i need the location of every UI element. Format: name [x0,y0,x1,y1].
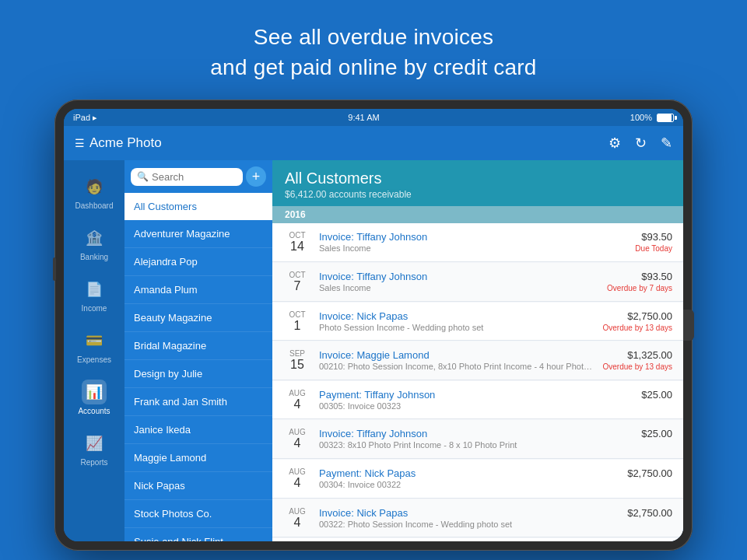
transaction-amount: $25.00 [641,428,672,439]
customer-item[interactable]: Susie and Nick Flint [124,528,272,541]
reports-nav-label: Reports [80,458,107,467]
sidebar-item-accounts[interactable]: 📊 Accounts [64,372,124,423]
transaction-amount: $93.50 Due Today [635,231,672,253]
transaction-name: Payment: Tiffany Johnson [319,389,635,401]
status-badge: Due Today [635,244,672,253]
header-actions: ⚙ ↻ ✎ [608,135,672,152]
transaction-info: Payment: Nick Papas 00304: Invoice 00322 [319,467,621,489]
battery-fill [658,114,672,121]
transaction-amount: $93.50 Overdue by 7 days [607,271,672,292]
ipad-screen: iPad ▸ 9:41 AM 100% ☰ Acme Photo ⚙ ↻ ✎ [64,109,683,541]
transactions-list: OCT 14 Invoice: Tiffany Johnson Sales In… [272,223,683,541]
table-row[interactable]: AUG 4 Payment: Tiffany Johnson 00305: In… [272,381,683,420]
customer-item[interactable]: Janice Ikeda [124,416,272,444]
customer-item[interactable]: Adventurer Magazine [124,220,272,248]
sidebar-item-banking[interactable]: 🏦 Banking [64,218,124,269]
transaction-date: OCT 14 [283,231,311,254]
customer-item[interactable]: Nick Papas [124,472,272,500]
transaction-date: AUG 4 [283,389,311,411]
refresh-icon[interactable]: ↻ [635,135,647,152]
customer-item[interactable]: Alejandra Pop [124,248,272,276]
banking-nav-label: Banking [80,253,108,261]
edit-icon[interactable]: ✎ [661,135,672,152]
sidebar-item-dashboard[interactable]: 🧑 Dashboard [64,166,124,218]
transaction-info: Invoice: Nick Papas Photo Session Income… [319,310,597,332]
income-nav-icon: 📄 [82,277,107,302]
sidebar-item-expenses[interactable]: 💳 Expenses [64,320,124,372]
status-badge: Overdue by 13 days [603,324,673,332]
customer-item[interactable]: Stock Photos Co. [124,500,272,528]
add-customer-button[interactable]: + [246,166,266,187]
customer-item[interactable]: Frank and Jan Smith [124,388,272,416]
battery-label: 100% [630,113,652,122]
transaction-info: Invoice: Maggie Lamond 00210: Photo Sess… [319,349,597,371]
status-badge: Overdue by 7 days [607,284,672,292]
customer-item[interactable]: Beauty Magazine [124,304,272,332]
transaction-name: Invoice: Tiffany Johnson [319,271,601,282]
expenses-nav-icon: 💳 [82,328,107,353]
table-row[interactable]: AUG 3 Payment: Adventurer Magazine 00303… [272,538,683,541]
amount-value: $2,750.00 [627,507,672,519]
status-right: 100% [630,113,674,122]
amount-value: $93.50 [635,231,672,243]
side-button [53,257,56,281]
transaction-info: Invoice: Tiffany Johnson Sales Income [319,231,629,253]
amount-value: $2,750.00 [627,467,672,479]
income-nav-label: Income [82,304,107,313]
search-input-wrapper: 🔍 [131,168,243,186]
transaction-amount: $1,325.00 Overdue by 13 days [603,349,673,371]
transaction-info: Payment: Tiffany Johnson 00305: Invoice … [319,389,635,411]
app-header: ☰ Acme Photo ⚙ ↻ ✎ [64,126,683,160]
all-customers-item[interactable]: All Customers [124,193,272,220]
table-row[interactable]: AUG 4 Invoice: Nick Papas 00322: Photo S… [272,499,683,538]
table-row[interactable]: OCT 7 Invoice: Tiffany Johnson Sales Inc… [272,263,683,302]
status-badge: Overdue by 13 days [603,362,673,371]
accounts-nav-label: Accounts [78,407,110,415]
status-left: iPad ▸ [73,113,97,123]
reports-nav-icon: 📈 [82,431,107,456]
customer-item[interactable]: Bridal Magazine [124,332,272,360]
transaction-date: AUG 4 [283,507,311,530]
customer-panel: 🔍 + All Customers Adventurer MagazineAle… [124,160,272,541]
customer-item[interactable]: Maggie Lamond [124,444,272,472]
menu-icon[interactable]: ☰ [75,137,85,149]
table-row[interactable]: AUG 4 Payment: Nick Papas 00304: Invoice… [272,460,683,499]
sidebar-item-reports[interactable]: 📈 Reports [64,423,124,474]
transaction-amount: $2,750.00 [627,467,672,479]
table-row[interactable]: OCT 14 Invoice: Tiffany Johnson Sales In… [272,223,683,262]
transaction-name: Invoice: Nick Papas [319,507,621,519]
table-row[interactable]: AUG 4 Invoice: Tiffany Johnson 00323: 8x… [272,420,683,459]
transaction-date: AUG 4 [283,428,311,450]
amount-value: $1,325.00 [603,349,673,361]
transaction-desc: 00210: Photo Session Income, 8x10 Photo … [319,362,597,371]
transaction-name: Invoice: Maggie Lamond [319,349,597,361]
transaction-name: Payment: Nick Papas [319,467,621,479]
home-button [683,310,694,341]
table-row[interactable]: OCT 1 Invoice: Nick Papas Photo Session … [272,303,683,341]
main-layout: 🧑 Dashboard 🏦 Banking 📄 Income 💳 Expense… [64,160,683,541]
settings-icon[interactable]: ⚙ [608,135,621,152]
transaction-date: OCT 1 [283,310,311,333]
transaction-amount: $2,750.00 Overdue by 13 days [603,310,673,332]
transaction-desc: 00304: Invoice 00322 [319,480,621,489]
dashboard-nav-icon: 🧑 [82,174,107,199]
sidebar-item-income[interactable]: 📄 Income [64,269,124,320]
app-title-text: Acme Photo [89,135,162,151]
banking-nav-icon: 🏦 [82,226,107,250]
amount-value: $25.00 [641,389,672,401]
transaction-desc: 00305: Invoice 00323 [319,401,635,411]
transaction-date: AUG 4 [283,467,311,490]
customer-item[interactable]: Design by Julie [124,360,272,388]
battery-icon [657,114,674,122]
customer-item[interactable]: Amanda Plum [124,276,272,304]
search-input[interactable] [152,171,237,183]
dashboard-nav-label: Dashboard [75,201,114,210]
content-title: All Customers [285,170,671,187]
table-row[interactable]: SEP 15 Invoice: Maggie Lamond 00210: Pho… [272,341,683,380]
content-panel: All Customers $6,412.00 accounts receiva… [272,160,683,541]
transaction-desc: Sales Income [319,283,601,292]
transaction-desc: 00322: Photo Session Income - Wedding ph… [319,520,621,529]
status-bar: iPad ▸ 9:41 AM 100% [64,109,683,126]
accounts-nav-icon: 📊 [82,380,107,404]
sidebar-nav: 🧑 Dashboard 🏦 Banking 📄 Income 💳 Expense… [64,160,124,541]
